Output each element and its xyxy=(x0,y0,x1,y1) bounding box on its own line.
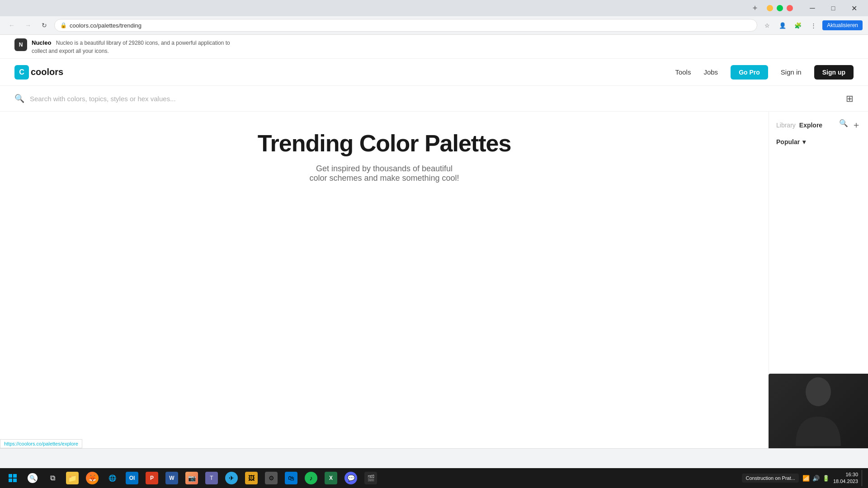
status-url: https://coolors.co/palettes/explore xyxy=(0,439,82,448)
profile-icon[interactable]: 👤 xyxy=(776,19,789,32)
sidebar-tabs: Library Explore xyxy=(776,122,822,129)
nucleo-logo: N xyxy=(14,38,27,51)
tab-library[interactable]: Library xyxy=(776,122,796,129)
clock[interactable]: 16:30 18.04.2023 xyxy=(833,471,858,485)
person-silhouette xyxy=(791,376,845,446)
grid-view-icon[interactable]: ⊞ xyxy=(846,93,854,104)
search-icon: 🔍 xyxy=(14,94,24,103)
nucleo-description: Nucleo is a beautiful library of 29280 i… xyxy=(32,40,230,54)
downloads-bar xyxy=(0,448,868,468)
windows-start-button[interactable] xyxy=(4,469,22,487)
maximize-button[interactable] xyxy=(777,5,783,11)
svg-point-0 xyxy=(806,377,831,406)
powerpoint-icon[interactable]: P xyxy=(143,469,161,487)
url-text: coolors.co/palettes/trending xyxy=(70,22,142,29)
reload-button[interactable]: ↻ xyxy=(38,19,51,32)
store-icon[interactable]: 🛍 xyxy=(282,469,300,487)
extensions-icon[interactable]: 🧩 xyxy=(792,19,804,32)
nucleo-title: Nucleo xyxy=(32,39,51,46)
app-icon-last[interactable]: 🎬 xyxy=(362,469,380,487)
notification-area[interactable]: Construction on Prat... xyxy=(742,474,798,483)
photos2-icon[interactable]: 🖼 xyxy=(242,469,260,487)
coolors-logo[interactable]: C coolors xyxy=(14,65,63,80)
tab-explore[interactable]: Explore xyxy=(799,122,822,129)
notification-text: Construction on Prat... xyxy=(745,475,795,481)
nucleo-banner: N Nucleo Nucleo is a beautiful library o… xyxy=(0,35,868,59)
hero-section: Trending Color Palettes Get inspired by … xyxy=(0,112,769,197)
chrome-icon[interactable]: 🌐 xyxy=(103,469,121,487)
sidebar-search-icon[interactable]: 🔍 xyxy=(839,119,848,131)
video-overlay xyxy=(769,374,868,448)
task-view-button[interactable]: ⧉ xyxy=(43,469,61,487)
sidebar-add-button[interactable]: ＋ xyxy=(852,119,861,131)
system-tray: 📶 🔊 🔋 xyxy=(802,475,830,482)
win-maximize[interactable]: □ xyxy=(823,0,844,16)
go-pro-button[interactable]: Go Pro xyxy=(731,65,768,80)
volume-icon[interactable]: 🔊 xyxy=(812,475,820,482)
svg-rect-4 xyxy=(13,479,17,482)
taskbar-right: Construction on Prat... 📶 🔊 🔋 16:30 18.0… xyxy=(742,470,864,486)
minimize-button[interactable] xyxy=(767,5,773,11)
show-desktop-button[interactable] xyxy=(862,470,864,486)
secure-icon: 🔒 xyxy=(60,22,67,28)
hero-subtitle-line1: Get inspired by thousands of beautiful c… xyxy=(9,164,760,183)
forward-button[interactable]: → xyxy=(22,19,34,32)
new-tab-button[interactable]: + xyxy=(749,2,761,14)
sign-up-button[interactable]: Sign up xyxy=(814,65,854,80)
photos-icon[interactable]: 📷 xyxy=(183,469,201,487)
close-button[interactable] xyxy=(787,5,793,11)
sign-in-link[interactable]: Sign in xyxy=(781,68,802,76)
jobs-link[interactable]: Jobs xyxy=(703,68,718,76)
network-icon[interactable]: 📶 xyxy=(802,475,810,482)
settings-icon[interactable]: ⋮ xyxy=(807,19,820,32)
site-header: C coolors Tools Jobs Go Pro Sign in Sign… xyxy=(0,59,868,86)
bookmark-icon[interactable]: ☆ xyxy=(761,19,774,32)
svg-rect-3 xyxy=(9,479,12,482)
content-area: Trending Color Palettes Get inspired by … xyxy=(0,112,769,488)
word-icon[interactable]: W xyxy=(163,469,181,487)
search-taskbar-button[interactable]: 🔍 xyxy=(24,469,42,487)
win-minimize[interactable]: ─ xyxy=(802,0,823,16)
svg-rect-2 xyxy=(13,474,17,478)
tools-link[interactable]: Tools xyxy=(675,68,691,76)
search-input[interactable] xyxy=(30,95,840,103)
popular-dropdown[interactable]: Popular ▾ xyxy=(776,138,861,145)
header-nav: Tools Jobs Go Pro Sign in Sign up xyxy=(675,65,854,80)
sidebar-header: Library Explore 🔍 ＋ xyxy=(776,119,861,131)
discord-icon[interactable]: 💬 xyxy=(342,469,360,487)
file-explorer-icon[interactable]: 📁 xyxy=(63,469,81,487)
settings-icon2[interactable]: ⚙ xyxy=(262,469,280,487)
outlook-icon[interactable]: Ol xyxy=(123,469,141,487)
win-close[interactable]: ✕ xyxy=(844,0,864,16)
page-title: Trending Color Palettes xyxy=(9,130,760,157)
address-bar[interactable]: 🔒 coolors.co/palettes/trending xyxy=(54,19,757,32)
tab-bar: + ─ □ ✕ xyxy=(0,0,868,16)
logo-text: coolors xyxy=(31,67,63,77)
nav-bar: ← → ↻ 🔒 coolors.co/palettes/trending ☆ 👤… xyxy=(0,16,868,34)
taskbar: 🔍 ⧉ 📁 🦊 🌐 Ol P W 📷 T ✈ 🖼 ⚙ 🛍 ♪ X 💬 xyxy=(0,468,868,488)
nav-actions: ☆ 👤 🧩 ⋮ Aktualisieren xyxy=(761,19,863,32)
back-button[interactable]: ← xyxy=(5,19,18,32)
main-content: Trending Color Palettes Get inspired by … xyxy=(0,112,868,488)
search-section: 🔍 ⊞ xyxy=(0,86,868,112)
battery-icon[interactable]: 🔋 xyxy=(822,475,830,482)
music-icon[interactable]: ♪ xyxy=(302,469,320,487)
video-person xyxy=(769,374,868,448)
teams-icon[interactable]: T xyxy=(203,469,221,487)
telegram-icon[interactable]: ✈ xyxy=(222,469,241,487)
excel-icon[interactable]: X xyxy=(322,469,340,487)
browser-chrome: + ─ □ ✕ ← → ↻ 🔒 coolors.co/palettes/tren… xyxy=(0,0,868,35)
firefox-icon[interactable]: 🦊 xyxy=(83,469,101,487)
palettes-grid-row3 xyxy=(0,206,769,215)
update-button[interactable]: Aktualisieren xyxy=(822,20,863,30)
svg-rect-1 xyxy=(9,474,12,478)
logo-area: C coolors xyxy=(14,65,63,80)
chevron-down-icon: ▾ xyxy=(802,138,806,145)
palettes-grid-row2 xyxy=(0,197,769,206)
